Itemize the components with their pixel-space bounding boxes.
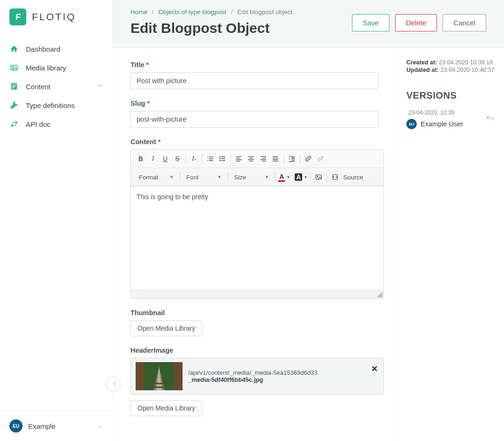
breadcrumb-sep: / [152,8,154,15]
meta-updated-value: 23.04.2020 10:40:37 [441,67,495,73]
nav-dashboard-label: Dashboard [26,45,60,53]
svg-point-10 [317,176,318,177]
strike-button[interactable]: S [171,153,183,165]
header-image-remove-button[interactable]: ✕ [371,364,378,374]
svg-rect-4 [12,86,16,87]
field-header-image: HeaderImage [130,347,379,416]
meta-updated: Updated at: 23.04.2020 10:40:37 [406,67,495,73]
document-icon [9,82,19,91]
clear-format-button[interactable]: Ix [188,153,200,165]
link-button[interactable] [302,153,314,165]
breadcrumb-home[interactable]: Home [130,8,147,15]
header-open-media-button[interactable]: Open Media Library [130,400,202,416]
chevron-down-icon: ﹀ [97,83,103,91]
user-menu[interactable]: EU Example ︿ [0,410,112,441]
align-justify-button[interactable] [269,153,282,165]
header-image-path: /api/v1/content/_media/_media-5ea15369d6… [188,369,317,376]
meta-created-label: Created at: [406,59,437,66]
underline-button[interactable]: U [159,153,171,165]
slug-label: Slug * [130,100,379,107]
format-select[interactable]: Format▼ [135,171,178,183]
size-select[interactable]: Size▼ [230,171,273,183]
breadcrumb-sep: / [231,8,233,15]
bg-color-button[interactable]: A▼ [294,172,308,182]
wrench-icon [9,101,19,110]
nav-content-label: Content [26,83,51,91]
brand-icon-letter: F [15,12,21,22]
version-revert-button[interactable] [485,114,495,124]
unlink-button[interactable] [314,153,327,165]
outdent-button[interactable] [286,153,298,165]
avatar-initials: EU [409,122,414,126]
source-label[interactable]: Source [343,174,363,181]
source-button[interactable] [329,171,341,183]
title-label: Title * [130,61,379,69]
unordered-list-button[interactable] [216,153,229,165]
font-select-label: Font [186,174,199,181]
svg-point-8 [219,160,221,162]
home-icon [9,44,19,54]
svg-rect-5 [12,87,15,88]
brand-icon: F [9,8,26,25]
header-image-meta: /api/v1/content/_media/_media-5ea15369d6… [188,369,317,383]
bold-button[interactable]: B [135,153,147,165]
text-color-button[interactable]: A▼ [277,172,291,182]
avatar: EU [406,119,417,129]
svg-rect-19 [154,387,164,388]
field-slug: Slug * [130,100,379,128]
align-center-button[interactable] [245,153,257,165]
rich-editor: B I U S Ix [130,149,384,299]
form: Title * Slug * Content * B I U S [113,45,397,441]
breadcrumb-mid[interactable]: Objects of type blogpost [158,8,226,15]
page-header: Home / Objects of type blogpost / Edit b… [113,0,504,48]
cancel-button[interactable]: Cancel [443,14,486,31]
nav-types-label: Type definitions [26,101,75,109]
align-right-button[interactable] [257,153,269,165]
nav-media-label: Media library [26,64,66,72]
nav-content[interactable]: Content ﹀ [0,77,112,96]
meta-created: Created at: 23.04.2020 10:39:18 [406,59,495,66]
svg-rect-18 [153,383,165,384]
svg-point-7 [219,158,221,160]
user-name: Example [28,422,55,430]
nav-api[interactable]: API doc [0,115,112,133]
main: Home / Objects of type blogpost / Edit b… [113,0,504,441]
chevron-left-icon: 〈 [110,380,116,388]
svg-rect-13 [136,362,144,390]
font-select[interactable]: Font▼ [182,171,226,183]
chevron-up-icon: ︿ [97,422,103,430]
editor-body[interactable]: This is going to be pretty [131,186,383,290]
title-input[interactable] [130,72,379,89]
nav-dashboard[interactable]: Dashboard [0,39,112,58]
slug-label-text: Slug [130,100,145,107]
version-user-name: Example User [420,120,463,128]
header-image-card: /api/v1/content/_media/_media-5ea15369d6… [130,358,384,395]
sidebar: F FLOTIQ Dashboard Media library Content… [0,0,113,441]
italic-button[interactable]: I [147,153,159,165]
version-user: EU Example User [406,119,495,129]
ordered-list-button[interactable] [204,153,216,165]
insert-image-button[interactable] [313,171,325,183]
header-image-file: _media-5df40ff6bb45c.jpg [188,376,317,383]
size-select-label: Size [234,174,246,181]
nav: Dashboard Media library Content ﹀ Type d… [0,39,112,133]
avatar: EU [9,419,23,433]
thumbnail-label: Thumbnail [130,309,379,317]
format-select-label: Format [139,174,158,181]
versions-title: VERSIONS [406,90,495,101]
brand[interactable]: F FLOTIQ [0,0,112,36]
header-image-thumbnail [136,362,183,390]
thumbnail-open-media-button[interactable]: Open Media Library [130,320,202,336]
avatar-initials: EU [13,424,19,429]
sidebar-collapse-button[interactable]: 〈 [106,377,121,392]
nav-media[interactable]: Media library [0,58,112,77]
svg-point-6 [219,156,221,158]
title-label-text: Title [130,61,145,69]
nav-types[interactable]: Type definitions [0,96,112,115]
editor-resize[interactable] [131,290,383,298]
slug-input[interactable] [130,111,379,128]
align-left-button[interactable] [233,153,245,165]
nav-api-label: API doc [26,120,51,128]
save-button[interactable]: Save [352,14,389,31]
delete-button[interactable]: Delete [395,14,437,31]
